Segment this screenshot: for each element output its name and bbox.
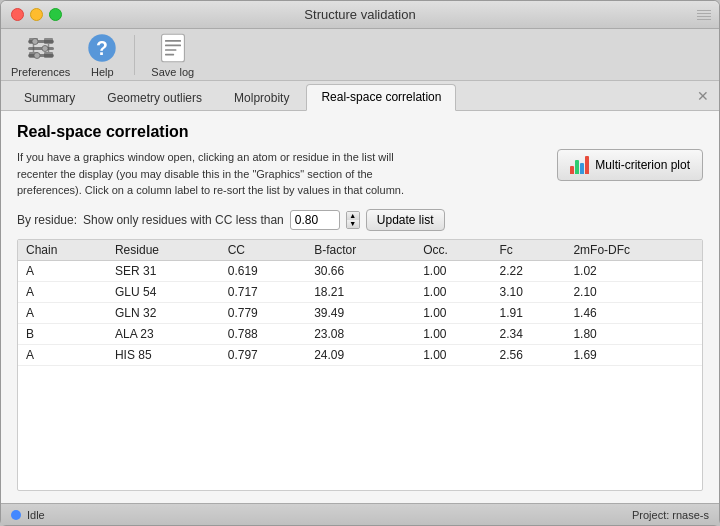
table-cell: A [18, 281, 107, 302]
svg-rect-17 [165, 49, 176, 51]
table-cell: GLN 32 [107, 302, 220, 323]
help-button[interactable]: ? Help [86, 32, 118, 78]
filter-row: By residue: Show only residues with CC l… [17, 209, 703, 231]
table-cell: 3.10 [492, 281, 566, 302]
svg-rect-14 [161, 34, 184, 61]
window-title: Structure validation [304, 7, 415, 22]
table-cell: 1.00 [415, 344, 491, 365]
table-cell: 1.00 [415, 302, 491, 323]
tab-geometry[interactable]: Geometry outliers [92, 85, 217, 110]
table-cell: 1.69 [565, 344, 702, 365]
help-label: Help [91, 66, 114, 78]
table-cell: 18.21 [306, 281, 415, 302]
table-cell: 1.91 [492, 302, 566, 323]
svg-rect-7 [28, 47, 54, 50]
col-occ[interactable]: Occ. [415, 240, 491, 261]
svg-rect-18 [165, 53, 174, 55]
traffic-lights [11, 8, 62, 21]
table-row[interactable]: AGLU 540.71718.211.003.102.10 [18, 281, 702, 302]
table-cell: 2.56 [492, 344, 566, 365]
table-cell: 1.00 [415, 323, 491, 344]
col-bfactor[interactable]: B-factor [306, 240, 415, 261]
svg-point-10 [42, 45, 48, 51]
statusbar: Idle Project: rnase-s [1, 503, 719, 525]
cc-threshold-input[interactable] [290, 210, 340, 230]
project-label: Project: rnase-s [632, 509, 709, 521]
col-residue[interactable]: Residue [107, 240, 220, 261]
spinner-up-button[interactable]: ▲ [347, 212, 359, 220]
table-cell: ALA 23 [107, 323, 220, 344]
table-cell: 0.619 [220, 260, 306, 281]
table-cell: HIS 85 [107, 344, 220, 365]
tab-realspace[interactable]: Real-space correlation [306, 84, 456, 111]
save-log-button[interactable]: Save log [151, 32, 194, 78]
table-cell: A [18, 260, 107, 281]
titlebar: Structure validation [1, 1, 719, 29]
table-row[interactable]: BALA 230.78823.081.002.341.80 [18, 323, 702, 344]
table-cell: A [18, 344, 107, 365]
table-cell: B [18, 323, 107, 344]
table-cell: 30.66 [306, 260, 415, 281]
table-row[interactable]: ASER 310.61930.661.002.221.02 [18, 260, 702, 281]
multi-criterion-plot-button[interactable]: Multi-criterion plot [557, 149, 703, 181]
info-text: If you have a graphics window open, clic… [17, 149, 437, 199]
svg-point-9 [32, 38, 38, 44]
svg-rect-8 [28, 54, 54, 57]
table-cell: 1.02 [565, 260, 702, 281]
table-cell: 0.717 [220, 281, 306, 302]
spinner-down-button[interactable]: ▼ [347, 220, 359, 228]
table-row[interactable]: AHIS 850.79724.091.002.561.69 [18, 344, 702, 365]
window-resize-handle [697, 10, 711, 20]
close-button[interactable] [11, 8, 24, 21]
col-chain[interactable]: Chain [18, 240, 107, 261]
filter-label: By residue: [17, 213, 77, 227]
table-cell: 1.46 [565, 302, 702, 323]
table-cell: 0.779 [220, 302, 306, 323]
table-cell: 23.08 [306, 323, 415, 344]
fullscreen-button[interactable] [49, 8, 62, 21]
svg-text:?: ? [96, 36, 108, 58]
close-icon[interactable]: ✕ [697, 88, 709, 104]
preferences-button[interactable]: Preferences [11, 32, 70, 78]
toolbar-separator [134, 35, 135, 75]
table-cell: 39.49 [306, 302, 415, 323]
help-icon: ? [86, 32, 118, 64]
tab-molprobity[interactable]: Molprobity [219, 85, 304, 110]
update-list-button[interactable]: Update list [366, 209, 445, 231]
minimize-button[interactable] [30, 8, 43, 21]
col-2mfo-dfc[interactable]: 2mFo-DFc [565, 240, 702, 261]
tab-summary[interactable]: Summary [9, 85, 90, 110]
chart-icon [570, 156, 589, 174]
table-cell: 1.00 [415, 260, 491, 281]
data-table-container: Chain Residue CC B-factor Occ. Fc 2mFo-D… [17, 239, 703, 492]
status-indicator [11, 510, 21, 520]
svg-rect-16 [165, 44, 181, 46]
table-cell: GLU 54 [107, 281, 220, 302]
cc-threshold-spinner[interactable]: ▲ ▼ [346, 211, 360, 229]
save-log-label: Save log [151, 66, 194, 78]
table-cell: 1.00 [415, 281, 491, 302]
table-cell: 2.34 [492, 323, 566, 344]
preferences-label: Preferences [11, 66, 70, 78]
info-row: If you have a graphics window open, clic… [17, 149, 703, 199]
idle-label: Idle [27, 509, 45, 521]
main-content: Real-space correlation If you have a gra… [1, 111, 719, 503]
save-log-icon [157, 32, 189, 64]
table-cell: 0.797 [220, 344, 306, 365]
tabs-row: Summary Geometry outliers Molprobity Rea… [1, 81, 719, 111]
table-cell: A [18, 302, 107, 323]
col-fc[interactable]: Fc [492, 240, 566, 261]
status-left: Idle [11, 509, 45, 521]
table-header-row: Chain Residue CC B-factor Occ. Fc 2mFo-D… [18, 240, 702, 261]
multi-criterion-btn-label: Multi-criterion plot [595, 158, 690, 172]
table-cell: SER 31 [107, 260, 220, 281]
table-cell: 24.09 [306, 344, 415, 365]
svg-point-11 [34, 52, 40, 58]
table-row[interactable]: AGLN 320.77939.491.001.911.46 [18, 302, 702, 323]
filter-description: Show only residues with CC less than [83, 213, 284, 227]
table-cell: 0.788 [220, 323, 306, 344]
table-body: ASER 310.61930.661.002.221.02AGLU 540.71… [18, 260, 702, 365]
table-cell: 2.10 [565, 281, 702, 302]
col-cc[interactable]: CC [220, 240, 306, 261]
table-cell: 1.80 [565, 323, 702, 344]
